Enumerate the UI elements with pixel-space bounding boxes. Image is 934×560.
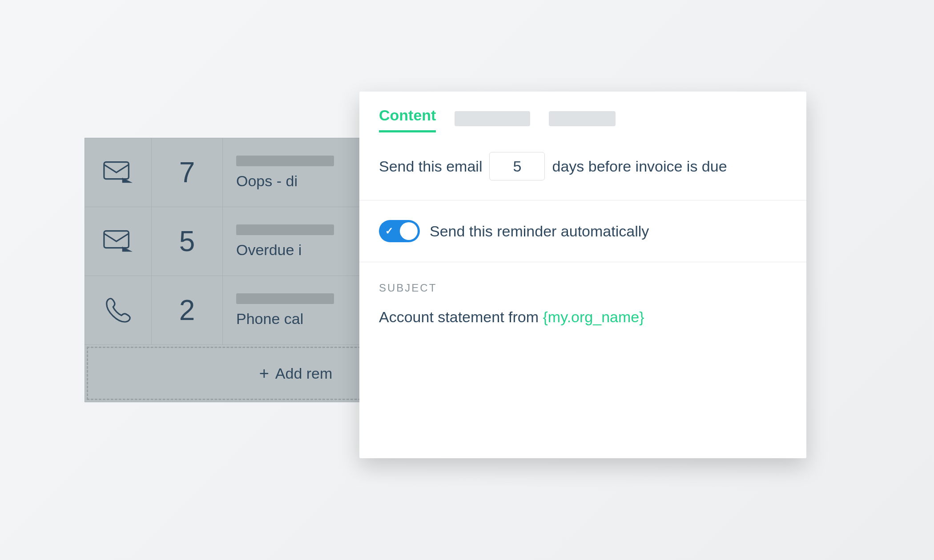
skeleton-bar	[236, 293, 334, 304]
auto-send-toggle[interactable]	[379, 220, 420, 242]
days-before-input[interactable]	[489, 152, 545, 180]
auto-send-section: Send this reminder automatically	[359, 200, 806, 262]
send-timing-section: Send this email days before invoice is d…	[359, 132, 806, 200]
tab-bar: Content	[359, 92, 806, 132]
phone-icon	[85, 276, 152, 344]
reminder-days: 2	[152, 276, 223, 344]
plus-icon: +	[259, 364, 269, 383]
tab-content[interactable]: Content	[379, 107, 436, 132]
tab-placeholder[interactable]	[549, 111, 616, 126]
subject-field[interactable]: Account statement from {my.org_name}	[379, 308, 787, 326]
send-line-suffix: days before invoice is due	[552, 158, 727, 175]
reminder-days: 5	[152, 207, 223, 276]
mail-send-icon	[85, 138, 152, 207]
subject-section: SUBJECT Account statement from {my.org_n…	[359, 262, 806, 345]
subject-merge-token: {my.org_name}	[543, 308, 644, 325]
svg-rect-1	[104, 231, 128, 248]
mail-send-icon	[85, 207, 152, 276]
subject-text: Account statement from	[379, 308, 543, 325]
reminder-days: 7	[152, 138, 223, 207]
send-line-prefix: Send this email	[379, 158, 482, 175]
add-reminder-label: Add rem	[275, 365, 333, 382]
tab-placeholder[interactable]	[455, 111, 530, 126]
svg-rect-0	[104, 162, 128, 179]
auto-send-label: Send this reminder automatically	[430, 223, 649, 240]
reminder-editor-panel: Content Send this email days before invo…	[359, 92, 806, 458]
skeleton-bar	[236, 156, 334, 166]
subject-heading: SUBJECT	[379, 282, 787, 294]
skeleton-bar	[236, 224, 334, 235]
